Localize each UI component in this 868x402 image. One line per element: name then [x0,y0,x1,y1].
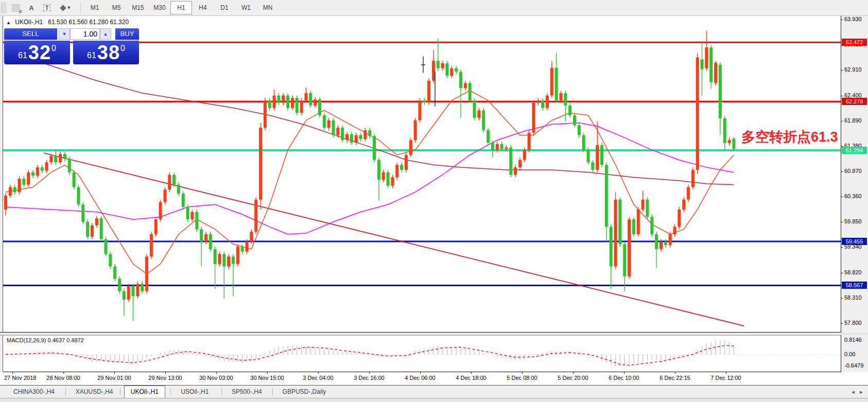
tab-divider [272,388,273,395]
tab-divider [65,388,66,395]
tab-scroll-left-icon[interactable]: ◄ [850,389,856,395]
time-tick-label: 29 Nov 01:00 [97,375,131,381]
timeframe-button-m15[interactable]: M15 [127,1,149,14]
time-tick-mark [114,372,115,374]
text-label-icon[interactable]: A [25,2,38,14]
macd-indicator-label: MACD(12,26,9) 0.4637 0.4872 [7,337,84,343]
chart-annotation-text: 多空转折点61.3 [741,128,838,146]
time-tick-label: 6 Dec 22:15 [659,375,690,381]
time-tick-label: 4 Dec 06:00 [405,375,435,381]
fibonacci-icon[interactable]: F [9,2,23,14]
macd-tick-label: 0.00 [844,351,855,357]
time-tick-label: 5 Dec 08:00 [507,375,537,381]
buy-button[interactable]: BUY [115,28,139,40]
price-tick-label: 62.400 [844,92,862,98]
time-tick-mark [63,372,64,374]
timeframe-button-m1[interactable]: M1 [84,1,106,14]
price-tick-label: 63.930 [844,16,862,22]
timeframe-button-h4[interactable]: H4 [192,1,214,14]
toolbar-drag-handle[interactable] [1,2,6,13]
time-tick-label: 27 Nov 2018 [4,375,36,381]
volume-decrease-button[interactable]: ▼ [59,28,70,40]
status-strip [0,398,868,402]
price-tick-mark [841,222,843,222]
ohlc-values: 61.530 61.560 61.280 61.320 [48,19,129,26]
timeframe-button-m5[interactable]: M5 [106,1,127,14]
time-tick-label: 29 Nov 13:00 [148,375,182,381]
mt4-window: F A T ▼ M1M5M15M30H1H4D1W1MN ▲ UKOil-,H1… [0,0,868,402]
time-tick-label: 5 Dec 20:00 [558,375,588,381]
timeframe-button-d1[interactable]: D1 [214,1,235,14]
price-tick-mark [841,247,843,248]
time-tick-label: 6 Dec 10:00 [609,375,639,381]
time-tick-label: 30 Nov 15:00 [250,375,284,381]
price-level-badge: 62.278 [842,98,867,105]
price-tick-mark [841,121,843,121]
price-tick-mark [841,197,843,197]
chart-tab-bar: ◄ ► CHINA300-,H4XAUUSD-,H4UKOil-,H1USOil… [0,386,868,398]
timeframe-button-m30[interactable]: M30 [149,1,170,14]
tab-divider [120,388,120,395]
macd-bottom-border [3,372,841,372]
tab-divider [170,388,171,395]
price-tick-mark [841,70,843,71]
time-tick-mark [471,372,472,374]
toolbar: F A T ▼ M1M5M15M30H1H4D1W1MN [0,0,868,16]
price-level-badge: 59.455 [842,238,867,245]
chart-tab-sp500-h4[interactable]: SP500-,H4 [225,387,268,397]
shapes-icon[interactable]: ▼ [56,2,76,14]
price-level-badge: 61.294 [842,147,867,154]
timeframe-button-mn[interactable]: MN [257,1,279,14]
time-tick-mark [318,372,319,374]
chart-tab-gbpusd-daily[interactable]: GBPUSD-,Daily [276,387,333,397]
price-axis-line [841,16,841,372]
price-tick-mark [841,273,843,273]
text-box-icon[interactable]: T [40,2,54,14]
buy-price-display[interactable]: 61 38 0 [73,41,139,64]
time-tick-mark [420,372,421,374]
price-tick-label: 58.820 [844,269,862,275]
macd-tick-label: 0.8146 [844,337,862,343]
time-tick-mark [624,372,624,374]
one-click-trading-widget: SELL ▼ 1.00 ▲ BUY 61 32 0 61 38 0 [4,28,139,64]
timeframe-button-w1[interactable]: W1 [235,1,257,14]
price-tick-label: 61.890 [844,117,862,124]
price-tick-label: 58.310 [844,294,862,301]
sell-price-display[interactable]: 61 32 0 [4,41,70,64]
macd-chart[interactable] [3,336,841,372]
chart-tab-ukoil-h1[interactable]: UKOil-,H1 [124,386,165,398]
tab-divider [221,388,222,395]
time-tick-label: 4 Dec 18:00 [456,375,486,381]
chart-tab-china300-h4[interactable]: CHINA300-,H4 [7,387,61,397]
time-tick-mark [675,372,675,374]
time-tick-label: 3 Dec 16:00 [354,375,384,381]
volume-input[interactable]: 1.00 [70,28,100,40]
price-tick-mark [841,323,843,324]
symbol-label: UKOil-,H1 [15,19,43,26]
time-tick-label: 3 Dec 04:00 [303,375,333,381]
price-tick-mark [841,96,843,96]
price-tick-label: 60.870 [844,168,862,174]
price-level-badge: 63.472 [842,39,867,46]
chart-left-border [3,16,3,372]
time-tick-mark [267,372,268,374]
collapse-arrow-icon[interactable]: ▲ [6,20,11,25]
price-tick-label: 57.800 [844,320,862,326]
macd-tick-label: -0.6479 [844,362,863,369]
chart-tab-xauusd-h4[interactable]: XAUUSD-,H4 [70,387,119,397]
price-tick-label: 59.850 [844,218,862,224]
pane-divider-2 [0,335,841,336]
price-tick-label: 60.360 [844,193,862,199]
volume-increase-button[interactable]: ▲ [100,28,111,40]
timeframe-button-h1[interactable]: H1 [170,1,192,14]
price-level-badge: 58.567 [842,282,867,289]
time-tick-label: 28 Nov 08:00 [46,375,80,381]
tab-scroll-right-icon[interactable]: ► [859,389,864,395]
time-tick-label: 30 Nov 03:00 [199,375,233,381]
price-tick-mark [841,20,843,20]
sell-button[interactable]: SELL [4,28,57,40]
chart-tab-usoil-h1[interactable]: USOil-,H1 [175,387,215,397]
time-tick-label: 7 Dec 12:00 [710,375,741,381]
price-tick-label: 62.910 [844,66,862,73]
chart-symbol-ohlc: ▲ UKOil-,H1 61.530 61.560 61.280 61.320 [6,19,129,26]
